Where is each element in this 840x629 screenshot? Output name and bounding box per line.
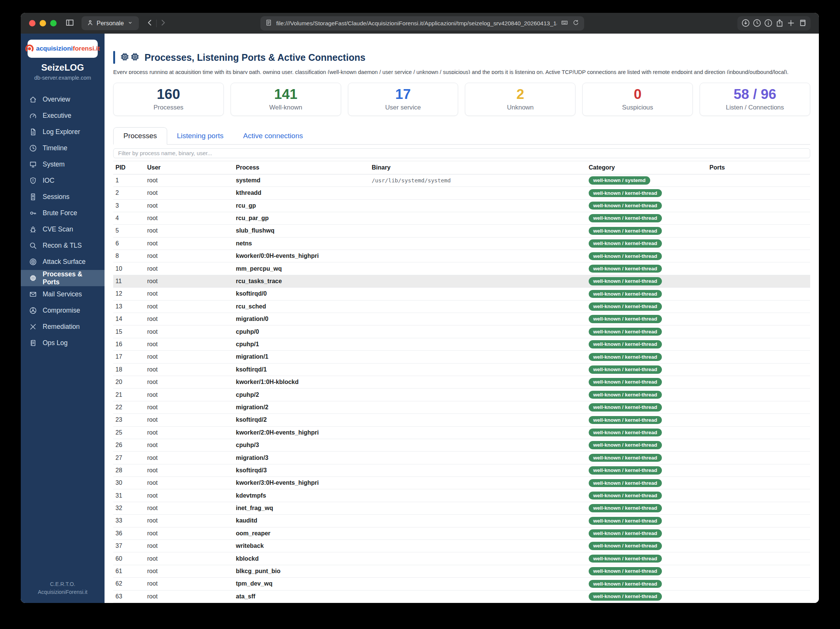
table-row[interactable]: 37rootwritebackwell-known / kernel-threa…: [113, 540, 810, 552]
tab-listening-ports[interactable]: Listening ports: [167, 128, 234, 144]
profile-menu[interactable]: Personale: [82, 16, 139, 30]
share-button[interactable]: [775, 19, 784, 29]
table-row[interactable]: 60rootkblockdwell-known / kernel-thread: [113, 552, 810, 565]
table-row[interactable]: 30rootkworker/3:0H-events_highpriwell-kn…: [113, 477, 810, 489]
downloads-button[interactable]: [741, 19, 750, 29]
sidebar-item-ioc[interactable]: IOC: [21, 172, 104, 189]
tab-overview-button[interactable]: [798, 19, 807, 29]
cell-category: well-known / kernel-thread: [586, 378, 707, 386]
table-row[interactable]: 1rootsystemd/usr/lib/systemd/systemdwell…: [113, 174, 810, 187]
cell-process: cpuhp/0: [234, 329, 369, 335]
cell-process: systemd: [234, 177, 369, 184]
sidebar-item-executive[interactable]: Executive: [21, 107, 104, 124]
table-row[interactable]: 4rootrcu_par_gpwell-known / kernel-threa…: [113, 212, 810, 224]
table-row[interactable]: 63rootata_sffwell-known / kernel-thread: [113, 591, 810, 603]
table-row[interactable]: 33rootkauditdwell-known / kernel-thread: [113, 515, 810, 527]
sidebar-item-timeline[interactable]: Timeline: [21, 140, 104, 156]
sidebar-toggle-button[interactable]: [65, 18, 75, 29]
keyboard-icon[interactable]: [561, 19, 568, 28]
table-row[interactable]: 11rootrcu_tasks_tracewell-known / kernel…: [113, 275, 810, 288]
cell-pid: 61: [113, 568, 145, 575]
cell-process: migration/3: [234, 455, 369, 461]
category-badge: well-known / kernel-thread: [589, 265, 662, 273]
new-tab-button[interactable]: [786, 19, 796, 29]
cell-pid: 27: [113, 455, 145, 461]
table-row[interactable]: 6rootnetnswell-known / kernel-thread: [113, 237, 810, 250]
table-row[interactable]: 62roottpm_dev_wqwell-known / kernel-thre…: [113, 578, 810, 590]
table-row[interactable]: 12rootksoftirqd/0well-known / kernel-thr…: [113, 288, 810, 300]
table-row[interactable]: 18rootksoftirqd/1well-known / kernel-thr…: [113, 363, 810, 376]
table-row[interactable]: 17rootmigration/1well-known / kernel-thr…: [113, 351, 810, 363]
table-row[interactable]: 36rootoom_reaperwell-known / kernel-thre…: [113, 528, 810, 540]
table-row[interactable]: 13rootrcu_schedwell-known / kernel-threa…: [113, 300, 810, 313]
table-row[interactable]: 10rootmm_percpu_wqwell-known / kernel-th…: [113, 262, 810, 275]
column-header-category: Category: [586, 164, 707, 171]
cell-process: kthreadd: [234, 190, 369, 196]
chevron-down-icon: [127, 19, 134, 26]
cell-user: root: [145, 492, 234, 499]
table-row[interactable]: 14rootmigration/0well-known / kernel-thr…: [113, 313, 810, 326]
cell-pid: 5: [113, 227, 145, 234]
table-row[interactable]: 27rootmigration/3well-known / kernel-thr…: [113, 452, 810, 464]
sidebar-item-ops-log[interactable]: Ops Log: [21, 335, 104, 351]
table-row[interactable]: 16rootcpuhp/1well-known / kernel-thread: [113, 338, 810, 351]
address-bar[interactable]: file:///Volumes/StorageFast/Claude/Acqui…: [261, 16, 584, 31]
table-row[interactable]: 20rootkworker/1:0H-kblockdwell-known / k…: [113, 376, 810, 389]
table-row[interactable]: 31rootkdevtmpfswell-known / kernel-threa…: [113, 489, 810, 502]
table-row[interactable]: 25rootkworker/2:0H-events_highpriwell-kn…: [113, 427, 810, 439]
sidebar-item-brute-force[interactable]: Brute Force: [21, 205, 104, 221]
close-window-button[interactable]: [29, 20, 35, 27]
accent-bar: [113, 51, 115, 64]
sidebar-item-sessions[interactable]: Sessions: [21, 189, 104, 205]
cpu-icon: [120, 52, 140, 63]
zoom-window-button[interactable]: [50, 20, 57, 27]
brand-logo[interactable]: acquisizioniforensi.it: [28, 40, 98, 58]
cell-process: kdevtmpfs: [234, 492, 369, 499]
sidebar-item-attack-surface[interactable]: Attack Surface: [21, 254, 104, 270]
tab-processes[interactable]: Processes: [113, 127, 167, 145]
desktop-background: Personale file:///Volumes/StorageFast/Cl…: [0, 0, 840, 629]
sidebar-item-overview[interactable]: Overview: [21, 92, 104, 107]
sidebar-item-mail-services[interactable]: Mail Services: [21, 286, 104, 302]
history-button[interactable]: [752, 19, 761, 29]
tab-active-connections[interactable]: Active connections: [233, 128, 313, 144]
cell-user: root: [145, 404, 234, 411]
table-row[interactable]: 5rootslub_flushwqwell-known / kernel-thr…: [113, 224, 810, 237]
cell-process: migration/2: [234, 404, 369, 411]
sidebar-item-compromise[interactable]: Compromise: [21, 302, 104, 319]
table-row[interactable]: 26rootcpuhp/3well-known / kernel-thread: [113, 439, 810, 452]
cell-category: well-known / kernel-thread: [586, 504, 707, 512]
cell-pid: 12: [113, 290, 145, 297]
table-row[interactable]: 61rootblkcg_punt_biowell-known / kernel-…: [113, 565, 810, 578]
cell-user: root: [145, 290, 234, 297]
sidebar-item-log-explorer[interactable]: Log Explorer: [21, 124, 104, 140]
cell-user: root: [145, 593, 234, 600]
sidebar-item-recon-tls[interactable]: Recon & TLS: [21, 237, 104, 254]
stat-card-suspicious: 0Suspicious: [582, 83, 693, 116]
divider: [156, 20, 156, 27]
table-row[interactable]: 23rootksoftirqd/2well-known / kernel-thr…: [113, 414, 810, 426]
sidebar-item-processes-ports[interactable]: Processes & Ports: [21, 270, 104, 286]
table-row[interactable]: 22rootmigration/2well-known / kernel-thr…: [113, 401, 810, 414]
table-row[interactable]: 21rootcpuhp/2well-known / kernel-thread: [113, 389, 810, 401]
reload-icon[interactable]: [572, 19, 579, 28]
cell-category: well-known / kernel-thread: [586, 290, 707, 298]
sidebar-item-cve-scan[interactable]: CVE Scan: [21, 221, 104, 237]
table-row[interactable]: 2rootkthreaddwell-known / kernel-thread: [113, 187, 810, 199]
sidebar-item-label: Timeline: [43, 144, 67, 152]
sidebar-item-remediation[interactable]: Remediation: [21, 319, 104, 335]
category-badge: well-known / kernel-thread: [589, 328, 662, 336]
table-row[interactable]: 15rootcpuhp/0well-known / kernel-thread: [113, 326, 810, 338]
cell-process: ksoftirqd/3: [234, 467, 369, 474]
table-row[interactable]: 28rootksoftirqd/3well-known / kernel-thr…: [113, 465, 810, 477]
sidebar-item-system[interactable]: System: [21, 156, 104, 172]
filter-input[interactable]: [113, 149, 810, 158]
table-row[interactable]: 8rootkworker/0:0H-events_highpriwell-kno…: [113, 250, 810, 262]
back-button[interactable]: [145, 18, 155, 29]
cell-pid: 28: [113, 467, 145, 474]
minimize-window-button[interactable]: [39, 20, 46, 27]
table-row[interactable]: 32rootinet_frag_wqwell-known / kernel-th…: [113, 502, 810, 515]
table-row[interactable]: 3rootrcu_gpwell-known / kernel-thread: [113, 200, 810, 212]
forward-button[interactable]: [158, 18, 168, 29]
info-button[interactable]: [764, 19, 773, 29]
